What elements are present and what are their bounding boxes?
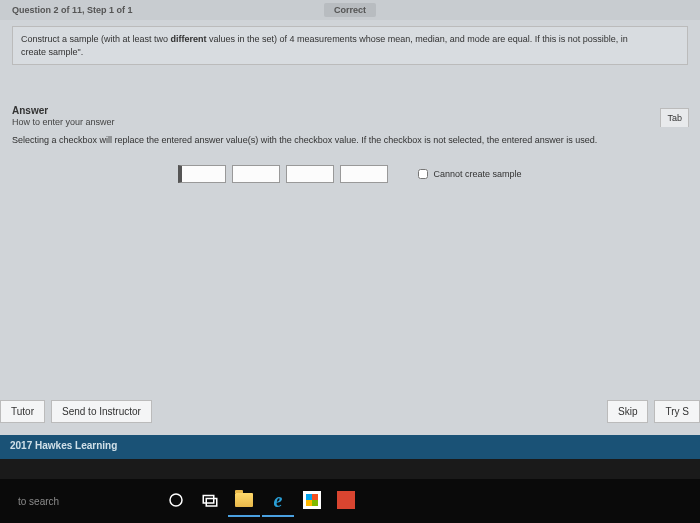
question-header: Question 2 of 11, Step 1 of 1 Correct bbox=[0, 0, 700, 20]
value-input-4[interactable] bbox=[340, 165, 388, 183]
svg-point-0 bbox=[170, 494, 182, 506]
cannot-create-checkbox[interactable] bbox=[418, 169, 428, 179]
question-prompt: Construct a sample (with at least two di… bbox=[12, 26, 688, 65]
value-inputs bbox=[178, 165, 388, 183]
answer-section: Answer How to enter your answer Tab Sele… bbox=[12, 105, 688, 183]
value-input-2[interactable] bbox=[232, 165, 280, 183]
edge-browser-icon[interactable]: e bbox=[262, 485, 294, 517]
taskbar-search[interactable]: to search bbox=[8, 496, 158, 507]
windows-taskbar[interactable]: to search e bbox=[0, 479, 700, 523]
app-window: Question 2 of 11, Step 1 of 1 Correct Co… bbox=[0, 0, 700, 435]
skip-button[interactable]: Skip bbox=[607, 400, 648, 423]
send-instructor-button[interactable]: Send to Instructor bbox=[51, 400, 152, 423]
try-button[interactable]: Try S bbox=[654, 400, 700, 423]
tutor-button[interactable]: Tutor bbox=[0, 400, 45, 423]
brand-footer: 2017 Hawkes Learning bbox=[0, 435, 700, 459]
answer-instruction: Selecting a checkbox will replace the en… bbox=[12, 135, 688, 145]
answer-hint[interactable]: How to enter your answer bbox=[12, 117, 115, 127]
prompt-text-b: values in the set) of 4 measurements who… bbox=[207, 34, 628, 44]
prompt-text-a: Construct a sample (with at least two bbox=[21, 34, 171, 44]
task-view-icon[interactable] bbox=[194, 485, 226, 517]
prompt-bold: different bbox=[171, 34, 207, 44]
status-badge: Correct bbox=[324, 3, 376, 17]
answer-title: Answer bbox=[12, 105, 115, 116]
value-input-1[interactable] bbox=[178, 165, 226, 183]
value-input-3[interactable] bbox=[286, 165, 334, 183]
file-explorer-icon[interactable] bbox=[228, 485, 260, 517]
app-icon[interactable] bbox=[330, 485, 362, 517]
microsoft-store-icon[interactable] bbox=[296, 485, 328, 517]
cannot-create-option[interactable]: Cannot create sample bbox=[418, 169, 521, 179]
tab-button[interactable]: Tab bbox=[660, 108, 689, 127]
question-nav: Question 2 of 11, Step 1 of 1 bbox=[12, 5, 133, 15]
prompt-text-c: create sample". bbox=[21, 47, 83, 57]
bottom-button-bar: Tutor Send to Instructor Skip Try S bbox=[0, 400, 700, 423]
answer-inputs-row: Cannot create sample bbox=[12, 165, 688, 183]
cannot-create-label: Cannot create sample bbox=[433, 169, 521, 179]
search-placeholder: to search bbox=[18, 496, 59, 507]
cortana-icon[interactable] bbox=[160, 485, 192, 517]
brand-text: 2017 Hawkes Learning bbox=[10, 440, 117, 451]
